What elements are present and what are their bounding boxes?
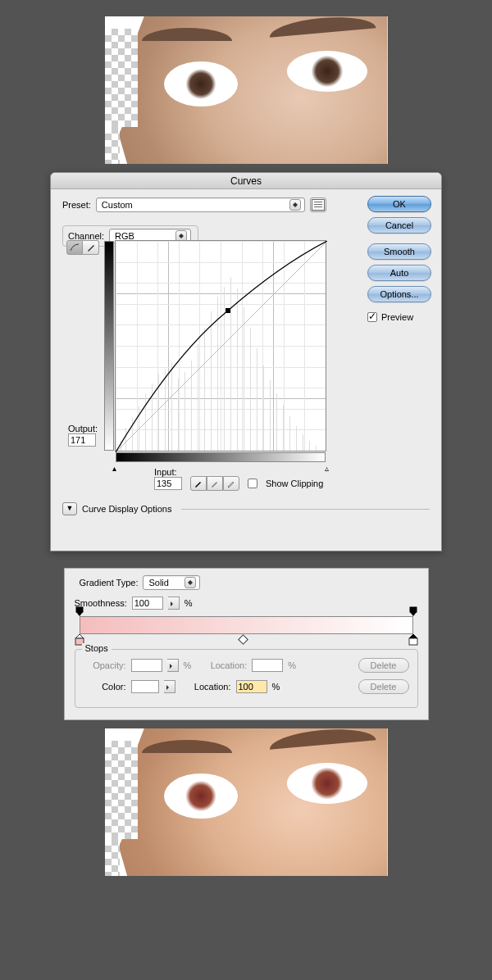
opacity-stepper[interactable]: [167, 659, 179, 672]
output-label: Output:: [68, 424, 98, 433]
svg-line-0: [116, 241, 327, 452]
image-after: [105, 728, 388, 876]
image-before: [105, 16, 388, 164]
pencil-tool-button[interactable]: [83, 240, 99, 255]
preset-dropdown[interactable]: Custom: [96, 197, 305, 212]
transparency-checker: [105, 839, 120, 876]
color-swatch[interactable]: [131, 680, 159, 693]
smoothness-field[interactable]: 100: [132, 597, 163, 610]
show-clipping-label: Show Clipping: [266, 479, 323, 488]
gradient-type-label: Gradient Type:: [80, 578, 139, 588]
transparency-checker: [105, 29, 138, 127]
percent-label: %: [288, 660, 296, 670]
auto-button[interactable]: Auto: [367, 265, 431, 281]
color-label: Color:: [84, 682, 126, 692]
show-clipping-checkbox[interactable]: [248, 479, 257, 488]
gradient-type-dropdown[interactable]: Solid: [143, 575, 200, 590]
smooth-button[interactable]: Smooth: [367, 243, 431, 260]
opacity-field[interactable]: [131, 659, 162, 672]
curve-svg: [116, 241, 327, 452]
gradient-editor-panel: Gradient Type: Solid Smoothness: 100 % S…: [64, 568, 429, 720]
opacity-stop-start[interactable]: [75, 606, 84, 615]
pencil-icon: [87, 243, 95, 252]
opacity-label: Opacity:: [84, 660, 126, 670]
gradient-bar[interactable]: [80, 616, 413, 634]
face-area: [105, 728, 388, 876]
svg-rect-4: [410, 607, 417, 612]
gradient-midpoint[interactable]: [239, 636, 246, 642]
curve-display-disclosure[interactable]: ▼: [62, 502, 77, 515]
svg-rect-9: [409, 638, 417, 645]
options-button[interactable]: Options...: [367, 286, 431, 302]
eyedropper-icon: [211, 479, 219, 488]
svg-marker-5: [410, 612, 417, 616]
opacity-stop-end[interactable]: [409, 606, 417, 615]
curve-icon: [70, 243, 80, 252]
eyedropper-icon: [227, 479, 235, 488]
menu-icon: [312, 199, 325, 211]
preview-checkbox[interactable]: [367, 312, 377, 322]
smoothness-stepper[interactable]: [168, 597, 180, 610]
curves-dialog: Curves Preset: Custom Channel: RGB: [50, 172, 442, 551]
input-field[interactable]: 135: [154, 477, 182, 490]
curve-tool-button[interactable]: [66, 240, 83, 255]
stops-legend: Stops: [82, 643, 112, 653]
curves-graph[interactable]: [115, 240, 326, 451]
delete-opacity-stop-button[interactable]: Delete: [358, 658, 409, 673]
svg-marker-8: [409, 634, 417, 638]
percent-label: %: [184, 598, 193, 608]
preset-label: Preset:: [62, 200, 91, 210]
face-area: [105, 16, 388, 164]
svg-marker-3: [76, 612, 83, 616]
stops-group: Stops Opacity: % Location: % Delete Colo…: [75, 649, 418, 708]
delete-color-stop-button[interactable]: Delete: [358, 679, 409, 694]
output-gradient-strip: [104, 241, 114, 451]
preview-label: Preview: [381, 312, 413, 322]
white-point-eyedropper[interactable]: [223, 476, 239, 491]
percent-label: %: [184, 660, 192, 670]
black-point-eyedropper[interactable]: [190, 476, 207, 491]
gray-point-eyedropper[interactable]: [207, 476, 223, 491]
percent-label: %: [272, 682, 280, 692]
color-location-field[interactable]: 100: [236, 680, 267, 693]
chevron-updown-icon: [184, 577, 196, 588]
preset-value: Custom: [102, 200, 133, 210]
eyedropper-icon: [194, 479, 203, 488]
opacity-location-field[interactable]: [252, 659, 283, 672]
output-field[interactable]: 171: [68, 433, 96, 447]
preset-menu-button[interactable]: [310, 197, 326, 212]
chevron-updown-icon: [289, 199, 301, 211]
color-stepper[interactable]: [164, 680, 175, 693]
transparency-checker: [105, 741, 138, 839]
location-label: Location:: [204, 660, 247, 670]
dialog-titlebar[interactable]: Curves: [51, 173, 441, 189]
ok-button[interactable]: OK: [367, 196, 431, 212]
svg-marker-6: [75, 634, 84, 638]
input-label: Input:: [154, 467, 182, 477]
color-stop-end[interactable]: [408, 634, 418, 646]
gradient-type-value: Solid: [148, 578, 168, 588]
svg-rect-1: [226, 308, 230, 313]
input-gradient-strip: [116, 452, 326, 462]
curve-display-label: Curve Display Options: [82, 504, 171, 514]
transparency-checker: [105, 127, 120, 164]
svg-rect-2: [76, 607, 83, 612]
cancel-button[interactable]: Cancel: [367, 217, 431, 234]
location-label: Location:: [189, 682, 231, 692]
